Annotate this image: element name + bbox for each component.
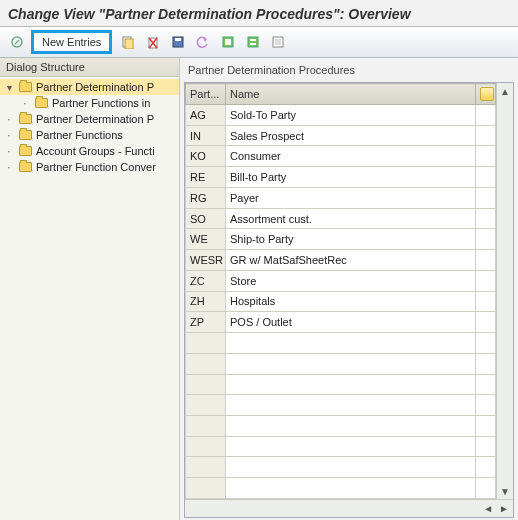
- cell-code[interactable]: [186, 333, 226, 354]
- tree-toggle-icon[interactable]: ·: [4, 114, 14, 125]
- cell-name[interactable]: [226, 436, 476, 457]
- cell-code[interactable]: ZC: [186, 270, 226, 291]
- cell-select[interactable]: [475, 125, 495, 146]
- cell-code[interactable]: IN: [186, 125, 226, 146]
- save-icon[interactable]: [167, 31, 189, 53]
- cell-code[interactable]: [186, 416, 226, 437]
- col-header-select[interactable]: [475, 84, 495, 105]
- cell-code[interactable]: AG: [186, 105, 226, 126]
- cell-select[interactable]: [475, 208, 495, 229]
- table-row[interactable]: [186, 457, 496, 478]
- tree-node[interactable]: ·Account Groups - Functi: [0, 143, 179, 159]
- cell-name[interactable]: Store: [226, 270, 476, 291]
- table-row[interactable]: INSales Prospect: [186, 125, 496, 146]
- cell-select[interactable]: [475, 146, 495, 167]
- table-row[interactable]: ZCStore: [186, 270, 496, 291]
- col-header-code[interactable]: Part...: [186, 84, 226, 105]
- cell-name[interactable]: GR w/ MatSafSheetRec: [226, 250, 476, 271]
- cell-name[interactable]: Ship-to Party: [226, 229, 476, 250]
- table-row[interactable]: [186, 353, 496, 374]
- scroll-right-icon[interactable]: ►: [499, 503, 509, 514]
- cell-name[interactable]: Assortment cust.: [226, 208, 476, 229]
- cell-name[interactable]: [226, 395, 476, 416]
- cell-code[interactable]: RE: [186, 167, 226, 188]
- cell-select[interactable]: [475, 312, 495, 333]
- cell-select[interactable]: [475, 291, 495, 312]
- tree-node[interactable]: ·Partner Determination P: [0, 111, 179, 127]
- table-row[interactable]: [186, 478, 496, 499]
- cell-select[interactable]: [475, 333, 495, 354]
- table-row[interactable]: WEShip-to Party: [186, 229, 496, 250]
- cell-code[interactable]: RG: [186, 187, 226, 208]
- table-row[interactable]: ZHHospitals: [186, 291, 496, 312]
- cell-select[interactable]: [475, 395, 495, 416]
- cell-name[interactable]: POS / Outlet: [226, 312, 476, 333]
- cell-name[interactable]: [226, 333, 476, 354]
- cell-select[interactable]: [475, 167, 495, 188]
- tree-node[interactable]: ·Partner Functions in: [0, 95, 179, 111]
- cell-code[interactable]: WESR: [186, 250, 226, 271]
- vertical-scrollbar[interactable]: ▲ ▼: [496, 83, 513, 499]
- tree-toggle-icon[interactable]: ·: [4, 162, 14, 173]
- cell-code[interactable]: ZH: [186, 291, 226, 312]
- table-row[interactable]: AGSold-To Party: [186, 105, 496, 126]
- cell-name[interactable]: Payer: [226, 187, 476, 208]
- tree-toggle-icon[interactable]: ▾: [4, 82, 14, 93]
- cell-select[interactable]: [475, 270, 495, 291]
- table-row[interactable]: [186, 436, 496, 457]
- cell-code[interactable]: [186, 478, 226, 499]
- cell-select[interactable]: [475, 374, 495, 395]
- table-row[interactable]: KOConsumer: [186, 146, 496, 167]
- select-all-icon[interactable]: [217, 31, 239, 53]
- table-row[interactable]: [186, 395, 496, 416]
- table-row[interactable]: REBill-to Party: [186, 167, 496, 188]
- cell-code[interactable]: ZP: [186, 312, 226, 333]
- cell-code[interactable]: KO: [186, 146, 226, 167]
- select-block-icon[interactable]: [242, 31, 264, 53]
- scroll-up-icon[interactable]: ▲: [500, 83, 510, 99]
- cell-code[interactable]: WE: [186, 229, 226, 250]
- cell-select[interactable]: [475, 105, 495, 126]
- cell-select[interactable]: [475, 229, 495, 250]
- scroll-down-icon[interactable]: ▼: [500, 483, 510, 499]
- tool-expand-icon[interactable]: [6, 31, 28, 53]
- table-row[interactable]: RGPayer: [186, 187, 496, 208]
- cell-select[interactable]: [475, 250, 495, 271]
- horizontal-scrollbar[interactable]: ◄ ►: [185, 499, 513, 517]
- cell-code[interactable]: [186, 457, 226, 478]
- table-row[interactable]: ZPPOS / Outlet: [186, 312, 496, 333]
- delete-icon[interactable]: [142, 31, 164, 53]
- table-row[interactable]: [186, 333, 496, 354]
- tree-toggle-icon[interactable]: ·: [20, 98, 30, 109]
- tree-node[interactable]: ·Partner Function Conver: [0, 159, 179, 175]
- table-row[interactable]: WESRGR w/ MatSafSheetRec: [186, 250, 496, 271]
- table-row[interactable]: SOAssortment cust.: [186, 208, 496, 229]
- cell-code[interactable]: [186, 395, 226, 416]
- tree-toggle-icon[interactable]: ·: [4, 146, 14, 157]
- cell-name[interactable]: Hospitals: [226, 291, 476, 312]
- cell-name[interactable]: Bill-to Party: [226, 167, 476, 188]
- cell-name[interactable]: [226, 478, 476, 499]
- cell-select[interactable]: [475, 436, 495, 457]
- cell-name[interactable]: [226, 374, 476, 395]
- new-entries-button[interactable]: New Entries: [31, 30, 112, 54]
- tree-node[interactable]: ▾Partner Determination P: [0, 79, 179, 95]
- cell-code[interactable]: SO: [186, 208, 226, 229]
- cell-select[interactable]: [475, 353, 495, 374]
- cell-name[interactable]: Sold-To Party: [226, 105, 476, 126]
- cell-code[interactable]: [186, 374, 226, 395]
- deselect-icon[interactable]: [267, 31, 289, 53]
- undo-icon[interactable]: [192, 31, 214, 53]
- scroll-left-icon[interactable]: ◄: [483, 503, 493, 514]
- cell-select[interactable]: [475, 478, 495, 499]
- table-row[interactable]: [186, 416, 496, 437]
- select-column-icon[interactable]: [480, 87, 494, 101]
- cell-name[interactable]: [226, 457, 476, 478]
- cell-name[interactable]: [226, 353, 476, 374]
- tree-node[interactable]: ·Partner Functions: [0, 127, 179, 143]
- col-header-name[interactable]: Name: [226, 84, 476, 105]
- table-row[interactable]: [186, 374, 496, 395]
- cell-select[interactable]: [475, 187, 495, 208]
- cell-code[interactable]: [186, 436, 226, 457]
- tree-toggle-icon[interactable]: ·: [4, 130, 14, 141]
